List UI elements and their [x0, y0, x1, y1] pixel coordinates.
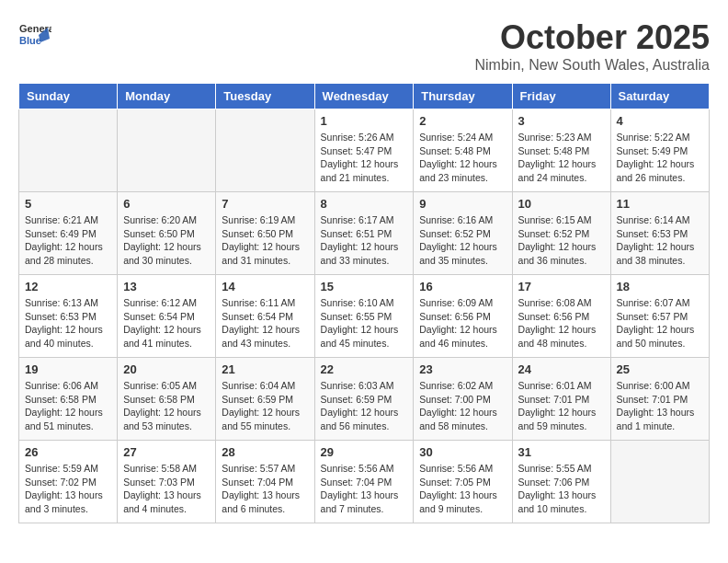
day-number: 6	[123, 197, 210, 211]
day-number: 16	[419, 280, 506, 293]
day-number: 31	[518, 445, 605, 459]
day-number: 29	[321, 445, 408, 459]
day-info: Sunrise: 6:10 AM Sunset: 6:55 PM Dayligh…	[321, 296, 408, 350]
day-number: 20	[123, 362, 210, 376]
day-number: 21	[222, 362, 308, 376]
day-number: 25	[617, 362, 703, 376]
day-info: Sunrise: 6:09 AM Sunset: 6:56 PM Dayligh…	[419, 296, 506, 350]
day-number: 27	[123, 445, 210, 459]
calendar-cell: 1Sunrise: 5:26 AM Sunset: 5:47 PM Daylig…	[314, 109, 414, 192]
day-number: 5	[25, 197, 111, 211]
day-info: Sunrise: 5:26 AM Sunset: 5:47 PM Dayligh…	[321, 131, 408, 185]
calendar-cell: 5Sunrise: 6:21 AM Sunset: 6:49 PM Daylig…	[19, 192, 118, 275]
calendar-cell: 17Sunrise: 6:08 AM Sunset: 6:56 PM Dayli…	[512, 275, 610, 358]
day-number: 18	[617, 280, 703, 293]
day-info: Sunrise: 6:20 AM Sunset: 6:50 PM Dayligh…	[123, 213, 210, 268]
subtitle: Nimbin, New South Wales, Australia	[474, 57, 710, 74]
day-info: Sunrise: 5:58 AM Sunset: 7:03 PM Dayligh…	[123, 462, 210, 516]
day-info: Sunrise: 5:24 AM Sunset: 5:48 PM Dayligh…	[419, 131, 506, 185]
day-info: Sunrise: 6:00 AM Sunset: 7:01 PM Dayligh…	[617, 379, 703, 433]
calendar-table: Sunday Monday Tuesday Wednesday Thursday…	[18, 83, 710, 523]
day-info: Sunrise: 6:21 AM Sunset: 6:49 PM Dayligh…	[25, 213, 111, 268]
calendar-cell: 9Sunrise: 6:16 AM Sunset: 6:52 PM Daylig…	[414, 192, 512, 275]
day-info: Sunrise: 5:57 AM Sunset: 7:04 PM Dayligh…	[222, 462, 308, 516]
day-number: 7	[222, 197, 308, 211]
calendar-cell: 30Sunrise: 5:56 AM Sunset: 7:05 PM Dayli…	[414, 441, 512, 523]
calendar-cell: 24Sunrise: 6:01 AM Sunset: 7:01 PM Dayli…	[512, 358, 610, 441]
week-row-3: 12Sunrise: 6:13 AM Sunset: 6:53 PM Dayli…	[19, 275, 710, 358]
day-info: Sunrise: 6:03 AM Sunset: 6:59 PM Dayligh…	[321, 379, 408, 433]
day-info: Sunrise: 6:06 AM Sunset: 6:58 PM Dayligh…	[25, 379, 111, 433]
logo-svg: General Blue	[18, 18, 51, 52]
header-friday: Friday	[512, 84, 610, 109]
day-info: Sunrise: 5:59 AM Sunset: 7:02 PM Dayligh…	[25, 462, 111, 516]
day-number: 15	[321, 280, 408, 293]
day-number: 24	[518, 362, 605, 376]
day-info: Sunrise: 6:01 AM Sunset: 7:01 PM Dayligh…	[518, 379, 605, 433]
day-number: 14	[222, 280, 308, 293]
calendar-cell: 29Sunrise: 5:56 AM Sunset: 7:04 PM Dayli…	[314, 441, 414, 523]
day-info: Sunrise: 6:04 AM Sunset: 6:59 PM Dayligh…	[222, 379, 308, 433]
calendar-cell	[610, 441, 709, 523]
header-sunday: Sunday	[19, 84, 118, 109]
calendar-cell: 23Sunrise: 6:02 AM Sunset: 7:00 PM Dayli…	[414, 358, 512, 441]
title-section: October 2025 Nimbin, New South Wales, Au…	[474, 18, 710, 74]
day-info: Sunrise: 6:19 AM Sunset: 6:50 PM Dayligh…	[222, 213, 308, 268]
day-number: 13	[123, 280, 210, 293]
calendar-cell: 7Sunrise: 6:19 AM Sunset: 6:50 PM Daylig…	[216, 192, 314, 275]
header: General Blue October 2025 Nimbin, New So…	[18, 18, 710, 74]
day-number: 11	[617, 197, 703, 211]
day-info: Sunrise: 6:05 AM Sunset: 6:58 PM Dayligh…	[123, 379, 210, 433]
calendar-cell: 3Sunrise: 5:23 AM Sunset: 5:48 PM Daylig…	[512, 109, 610, 192]
header-thursday: Thursday	[414, 84, 512, 109]
header-row: Sunday Monday Tuesday Wednesday Thursday…	[19, 84, 710, 109]
calendar-cell: 11Sunrise: 6:14 AM Sunset: 6:53 PM Dayli…	[610, 192, 709, 275]
calendar-cell: 28Sunrise: 5:57 AM Sunset: 7:04 PM Dayli…	[216, 441, 314, 523]
week-row-2: 5Sunrise: 6:21 AM Sunset: 6:49 PM Daylig…	[19, 192, 710, 275]
day-number: 12	[25, 280, 111, 293]
day-number: 3	[518, 114, 605, 128]
day-info: Sunrise: 6:07 AM Sunset: 6:57 PM Dayligh…	[617, 296, 703, 350]
calendar-cell: 20Sunrise: 6:05 AM Sunset: 6:58 PM Dayli…	[118, 358, 216, 441]
calendar-cell: 27Sunrise: 5:58 AM Sunset: 7:03 PM Dayli…	[118, 441, 216, 523]
day-number: 22	[321, 362, 408, 376]
calendar-cell: 19Sunrise: 6:06 AM Sunset: 6:58 PM Dayli…	[19, 358, 118, 441]
day-info: Sunrise: 6:15 AM Sunset: 6:52 PM Dayligh…	[518, 213, 605, 268]
header-monday: Monday	[118, 84, 216, 109]
calendar-cell: 15Sunrise: 6:10 AM Sunset: 6:55 PM Dayli…	[314, 275, 414, 358]
page-container: General Blue October 2025 Nimbin, New So…	[18, 18, 710, 523]
day-info: Sunrise: 5:55 AM Sunset: 7:06 PM Dayligh…	[518, 462, 605, 516]
day-number: 10	[518, 197, 605, 211]
day-number: 4	[617, 114, 703, 128]
calendar-cell: 13Sunrise: 6:12 AM Sunset: 6:54 PM Dayli…	[118, 275, 216, 358]
day-info: Sunrise: 6:08 AM Sunset: 6:56 PM Dayligh…	[518, 296, 605, 350]
day-number: 9	[419, 197, 506, 211]
header-saturday: Saturday	[610, 84, 709, 109]
calendar-cell: 21Sunrise: 6:04 AM Sunset: 6:59 PM Dayli…	[216, 358, 314, 441]
day-info: Sunrise: 6:11 AM Sunset: 6:54 PM Dayligh…	[222, 296, 308, 350]
day-number: 8	[321, 197, 408, 211]
header-tuesday: Tuesday	[216, 84, 314, 109]
header-wednesday: Wednesday	[314, 84, 414, 109]
calendar-cell: 18Sunrise: 6:07 AM Sunset: 6:57 PM Dayli…	[610, 275, 709, 358]
calendar-cell: 25Sunrise: 6:00 AM Sunset: 7:01 PM Dayli…	[610, 358, 709, 441]
svg-text:Blue: Blue	[19, 35, 41, 46]
day-number: 2	[419, 114, 506, 128]
main-title: October 2025	[474, 18, 710, 57]
day-number: 30	[419, 445, 506, 459]
calendar-cell: 16Sunrise: 6:09 AM Sunset: 6:56 PM Dayli…	[414, 275, 512, 358]
calendar-cell: 31Sunrise: 5:55 AM Sunset: 7:06 PM Dayli…	[512, 441, 610, 523]
calendar-cell: 8Sunrise: 6:17 AM Sunset: 6:51 PM Daylig…	[314, 192, 414, 275]
calendar-cell: 2Sunrise: 5:24 AM Sunset: 5:48 PM Daylig…	[414, 109, 512, 192]
day-info: Sunrise: 5:23 AM Sunset: 5:48 PM Dayligh…	[518, 131, 605, 185]
week-row-5: 26Sunrise: 5:59 AM Sunset: 7:02 PM Dayli…	[19, 441, 710, 523]
day-number: 28	[222, 445, 308, 459]
day-info: Sunrise: 5:56 AM Sunset: 7:05 PM Dayligh…	[419, 462, 506, 516]
day-number: 23	[419, 362, 506, 376]
day-number: 1	[321, 114, 408, 128]
calendar-cell: 10Sunrise: 6:15 AM Sunset: 6:52 PM Dayli…	[512, 192, 610, 275]
calendar-cell: 14Sunrise: 6:11 AM Sunset: 6:54 PM Dayli…	[216, 275, 314, 358]
calendar-cell	[118, 109, 216, 192]
day-info: Sunrise: 5:56 AM Sunset: 7:04 PM Dayligh…	[321, 462, 408, 516]
week-row-4: 19Sunrise: 6:06 AM Sunset: 6:58 PM Dayli…	[19, 358, 710, 441]
